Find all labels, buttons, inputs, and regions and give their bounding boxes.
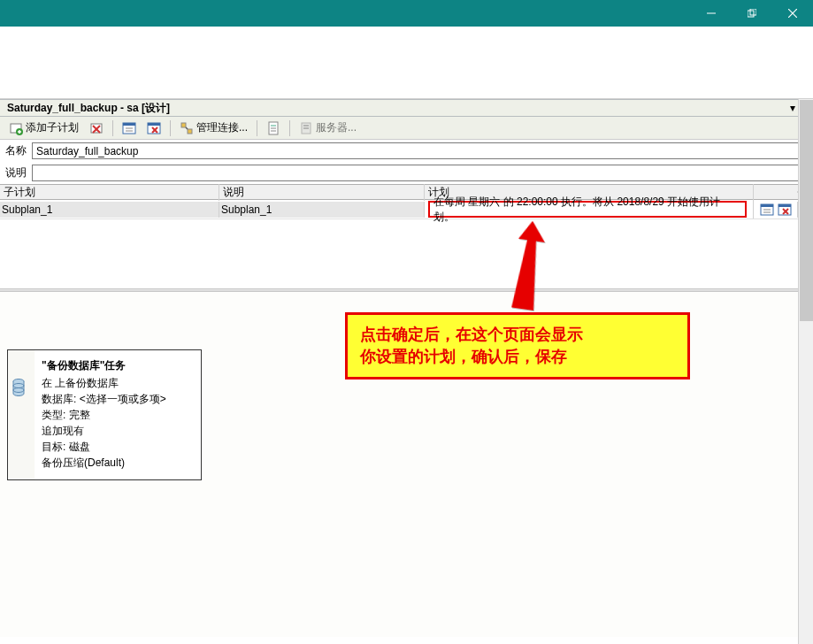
svg-rect-29 (303, 127, 309, 129)
backup-task-card[interactable]: "备份数据库"任务 在 上备份数据库 数据库: <选择一项或多项> 类型: 完整… (7, 349, 202, 480)
subplan-plan-cell: 在每周 星期六 的 22:00:00 执行。将从 2018/8/29 开始使用计… (428, 201, 747, 218)
name-row: 名称 (0, 140, 813, 162)
desc-input[interactable] (32, 165, 801, 181)
servers-label: 服务器... (316, 120, 357, 135)
subplan-name-cell[interactable] (0, 202, 219, 218)
col-subplan: 子计划 (0, 184, 219, 201)
svg-rect-20 (181, 123, 186, 127)
schedule-button[interactable] (119, 119, 140, 137)
vertical-scrollbar[interactable] (798, 99, 813, 644)
delete-icon (89, 121, 104, 135)
document-title: Saturday_full_backup - sa [设计] (4, 99, 790, 118)
annotation-arrow (504, 221, 557, 327)
calendar-icon (122, 121, 136, 135)
minimize-button[interactable] (691, 0, 732, 27)
svg-rect-35 (778, 204, 791, 207)
manage-connections-label: 管理连接... (196, 120, 248, 135)
edit-schedule-button[interactable] (760, 203, 774, 217)
toolbar: 添加子计划 管理连接... 服务器... (0, 117, 813, 140)
task-title: "备份数据库"任务 (42, 357, 166, 373)
grid-row[interactable]: 在每周 星期六 的 22:00:00 执行。将从 2018/8/29 开始使用计… (0, 200, 813, 219)
close-button[interactable] (772, 0, 813, 27)
database-icon (12, 379, 26, 393)
document-tab-bar: Saturday_full_backup - sa [设计] ▾ ✕ (0, 99, 813, 117)
manage-connections-button[interactable]: 管理连接... (176, 119, 251, 137)
maximize-button[interactable] (732, 0, 772, 27)
delete-schedule-button[interactable] (778, 203, 792, 217)
calendar-delete-icon (147, 121, 161, 135)
desc-row: 说明 (0, 162, 813, 184)
task-line-0: 在 上备份数据库 (42, 375, 166, 391)
delete-subplan-button[interactable] (86, 119, 107, 137)
add-icon (9, 121, 23, 135)
remove-schedule-button[interactable] (143, 119, 165, 137)
menubar-area (0, 27, 813, 99)
task-line-5: 备份压缩(Default) (42, 455, 166, 471)
annotation-callout: 点击确定后，在这个页面会显示 你设置的计划，确认后，保存 (345, 312, 690, 380)
svg-line-22 (186, 127, 188, 129)
desc-label: 说明 (5, 165, 32, 180)
server-icon (299, 121, 313, 135)
col-actions (754, 191, 798, 193)
col-desc: 说明 (219, 184, 425, 201)
window-titlebar (0, 0, 813, 27)
name-input[interactable] (32, 142, 801, 159)
task-line-3: 追加现有 (42, 423, 166, 439)
svg-rect-28 (303, 125, 309, 126)
dropdown-icon[interactable]: ▾ (790, 102, 795, 114)
callout-line-2: 你设置的计划，确认后，保存 (360, 346, 675, 368)
servers-button[interactable]: 服务器... (295, 119, 360, 137)
scrollbar-thumb[interactable] (800, 100, 813, 321)
report-icon (266, 121, 280, 135)
svg-rect-17 (148, 123, 160, 126)
connection-icon (180, 121, 194, 135)
svg-rect-13 (123, 123, 135, 126)
callout-line-1: 点击确定后，在这个页面会显示 (360, 324, 675, 346)
add-subplan-label: 添加子计划 (26, 120, 79, 135)
subplan-desc-cell[interactable] (219, 202, 424, 218)
task-line-2: 类型: 完整 (42, 407, 166, 423)
svg-rect-31 (761, 204, 773, 207)
report-button[interactable] (263, 119, 284, 137)
svg-rect-21 (188, 129, 192, 134)
task-line-4: 目标: 磁盘 (42, 439, 166, 455)
svg-marker-41 (509, 221, 548, 310)
add-subplan-button[interactable]: 添加子计划 (5, 119, 82, 137)
name-label: 名称 (5, 143, 32, 158)
subplan-grid: 子计划 说明 计划 在每周 星期六 的 22:00:00 执行。将从 2018/… (0, 184, 813, 219)
task-line-1: 数据库: <选择一项或多项> (42, 391, 166, 407)
